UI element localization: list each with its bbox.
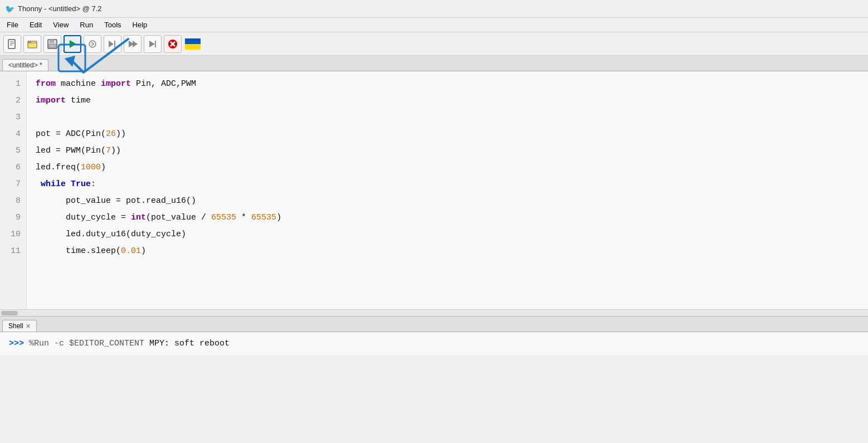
svg-marker-14	[149, 41, 155, 47]
step-into-button[interactable]	[124, 35, 142, 53]
toolbar	[0, 32, 868, 56]
menu-edit[interactable]: Edit	[25, 20, 46, 30]
editor-scrollbar-thumb[interactable]	[1, 311, 18, 315]
shell-tab[interactable]: Shell ✕	[2, 320, 37, 332]
new-button[interactable]	[3, 35, 21, 53]
shell-tab-label: Shell	[8, 322, 23, 330]
stop-button[interactable]	[164, 35, 182, 53]
menu-bar: File Edit View Run Tools Help	[0, 18, 868, 32]
shell-command: %Run -c $EDITOR_CONTENT	[29, 339, 144, 348]
code-container: 1 2 3 4 5 6 7 8 9 10 11 from machine imp…	[0, 71, 868, 309]
resume-button[interactable]	[144, 35, 162, 53]
menu-help[interactable]: Help	[128, 20, 152, 30]
step-over-button[interactable]	[104, 35, 121, 53]
window-title: Thonny - <untitled> @ 7.2	[18, 4, 102, 13]
menu-run[interactable]: Run	[75, 20, 97, 30]
shell-tab-bar: Shell ✕	[0, 317, 868, 332]
shell-tab-close[interactable]: ✕	[26, 323, 31, 330]
svg-rect-7	[49, 44, 56, 48]
ukraine-flag	[184, 35, 202, 53]
debug-button[interactable]	[84, 35, 101, 53]
title-icon: 🐦	[4, 4, 14, 14]
svg-rect-6	[50, 40, 54, 43]
svg-point-9	[89, 41, 96, 47]
editor-area: 1 2 3 4 5 6 7 8 9 10 11 from machine imp…	[0, 71, 868, 317]
svg-marker-13	[133, 41, 138, 47]
save-button[interactable]	[43, 35, 61, 53]
editor-scrollbar[interactable]	[0, 309, 868, 316]
run-button[interactable]	[64, 35, 81, 53]
svg-marker-10	[109, 41, 114, 47]
menu-file[interactable]: File	[2, 20, 23, 30]
menu-tools[interactable]: Tools	[100, 20, 125, 30]
shell-area: Shell ✕ >>> %Run -c $EDITOR_CONTENT MPY:…	[0, 317, 868, 356]
svg-rect-0	[8, 40, 15, 48]
code-editor[interactable]: from machine import Pin, ADC,PWM import …	[27, 71, 868, 309]
svg-marker-8	[70, 40, 76, 48]
open-button[interactable]	[23, 35, 41, 53]
editor-tab-bar: <untitled> *	[0, 56, 868, 71]
shell-prompt: >>>	[9, 339, 24, 348]
title-bar: 🐦 Thonny - <untitled> @ 7.2	[0, 0, 868, 18]
shell-output: MPY: soft reboot	[149, 339, 230, 348]
line-numbers: 1 2 3 4 5 6 7 8 9 10 11	[0, 71, 27, 309]
editor-tab-untitled[interactable]: <untitled> *	[2, 59, 48, 71]
shell-content[interactable]: >>> %Run -c $EDITOR_CONTENT MPY: soft re…	[0, 332, 868, 356]
menu-view[interactable]: View	[48, 20, 73, 30]
